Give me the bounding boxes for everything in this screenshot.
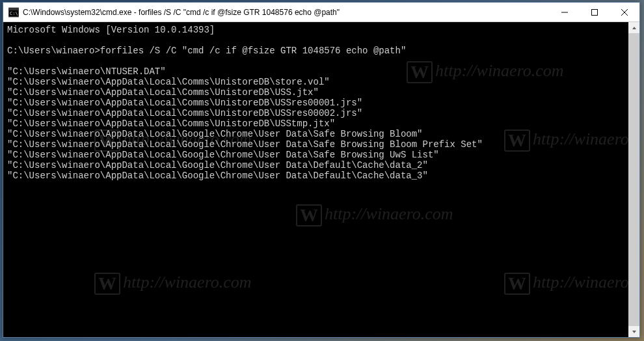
console-line: "C:\Users\winaero\AppData\Local\Comms\Un… bbox=[7, 87, 628, 98]
cmd-icon: C:\ bbox=[8, 7, 19, 18]
scroll-thumb[interactable] bbox=[628, 33, 639, 326]
console-line: "C:\Users\winaero\NTUSER.DAT" bbox=[7, 66, 628, 77]
console-line: Microsoft Windows [Version 10.0.14393] bbox=[7, 25, 628, 35]
svg-rect-4 bbox=[592, 10, 598, 16]
console-line: "C:\Users\winaero\AppData\Local\Google\C… bbox=[7, 160, 628, 170]
svg-rect-1 bbox=[9, 8, 18, 10]
console-line: "C:\Users\winaero\AppData\Local\Comms\Un… bbox=[7, 98, 628, 108]
console-line: C:\Users\winaero>forfiles /S /C "cmd /c … bbox=[7, 46, 628, 56]
svg-text:C:\: C:\ bbox=[10, 11, 18, 16]
console-line bbox=[7, 35, 628, 46]
vertical-scrollbar[interactable] bbox=[628, 22, 639, 337]
titlebar[interactable]: C:\ C:\Windows\system32\cmd.exe - forfil… bbox=[3, 3, 639, 22]
close-button[interactable] bbox=[610, 3, 639, 22]
console-line: "C:\Users\winaero\AppData\Local\Google\C… bbox=[7, 129, 628, 139]
window-controls bbox=[550, 3, 639, 21]
console-line: "C:\Users\winaero\AppData\Local\Google\C… bbox=[7, 170, 628, 181]
window-title: C:\Windows\system32\cmd.exe - forfiles /… bbox=[23, 8, 550, 17]
console-line: "C:\Users\winaero\AppData\Local\Google\C… bbox=[7, 150, 628, 160]
scroll-down-button[interactable] bbox=[628, 326, 639, 337]
minimize-button[interactable] bbox=[550, 3, 580, 22]
scroll-track[interactable] bbox=[628, 33, 639, 326]
console-line: "C:\Users\winaero\AppData\Local\Comms\Un… bbox=[7, 77, 628, 87]
console-line bbox=[7, 56, 628, 66]
console-line: "C:\Users\winaero\AppData\Local\Google\C… bbox=[7, 139, 628, 150]
maximize-button[interactable] bbox=[580, 3, 610, 22]
cmd-window: C:\ C:\Windows\system32\cmd.exe - forfil… bbox=[3, 2, 640, 338]
console-line: "C:\Users\winaero\AppData\Local\Comms\Un… bbox=[7, 108, 628, 118]
console-output[interactable]: Microsoft Windows [Version 10.0.14393] C… bbox=[3, 22, 628, 337]
console-line: "C:\Users\winaero\AppData\Local\Comms\Un… bbox=[7, 118, 628, 129]
console-body: Whttp://winaero.com Whttp://winaero.com … bbox=[3, 22, 639, 337]
scroll-up-button[interactable] bbox=[628, 22, 639, 33]
